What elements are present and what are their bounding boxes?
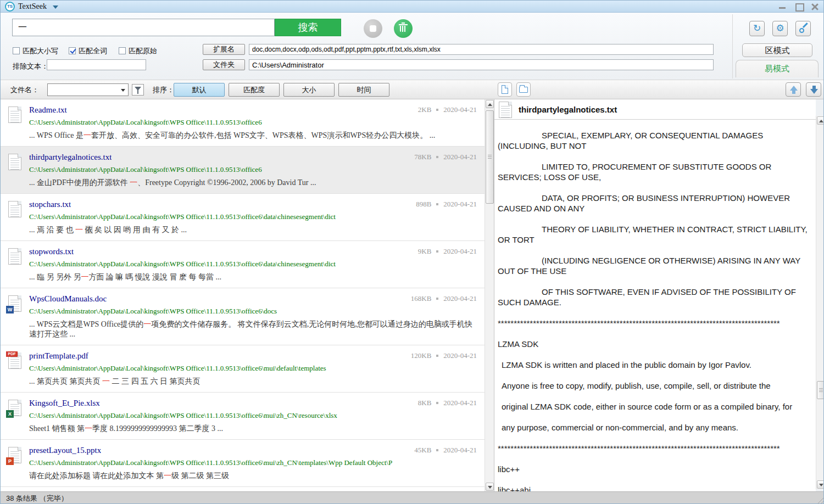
extensions-input[interactable]: [249, 44, 714, 55]
search-button[interactable]: 搜索: [275, 19, 341, 36]
preview-line: [498, 276, 815, 287]
maximize-button[interactable]: [794, 2, 804, 11]
result-count: 38 条结果 （完毕）: [6, 492, 68, 504]
scrollbar-thumb[interactable]: [817, 381, 824, 399]
file-snippet: ... 第页共页 第页共页 一 二 三 四 五 六 日 第页共页: [29, 377, 477, 387]
file-name[interactable]: presetLayout_15.pptx: [29, 446, 101, 456]
file-name[interactable]: printTemplate.pdf: [29, 351, 88, 362]
preview-line: (INCLUDING, BUT NOT: [498, 141, 815, 151]
app-menu-caret-icon[interactable]: [53, 5, 58, 9]
scroll-up-button[interactable]: [486, 100, 494, 108]
zone-mode-button[interactable]: 区模式: [742, 43, 812, 57]
file-path: C:\Users\Administrator\AppData\Local\kin…: [29, 411, 477, 421]
file-path: C:\Users\Administrator\AppData\Local\kin…: [29, 307, 477, 316]
file-meta: 2KB2020-04-21: [418, 105, 477, 116]
easy-mode-tab[interactable]: 易模式: [736, 60, 819, 77]
scroll-down-button[interactable]: [817, 480, 824, 489]
meta-separator: [436, 355, 438, 357]
panel-divider: [732, 14, 733, 79]
folder-button[interactable]: 文件夹: [203, 59, 245, 70]
file-name[interactable]: stopwords.txt: [29, 247, 74, 257]
sort-label: 排序：: [153, 80, 174, 99]
scrollbar-thumb[interactable]: [486, 110, 494, 204]
file-name[interactable]: thirdpartylegalnotices.txt: [29, 153, 112, 163]
preview-line: [498, 328, 815, 339]
filename-combobox[interactable]: [47, 83, 129, 96]
stop-button[interactable]: [364, 19, 382, 38]
minimize-button[interactable]: [777, 2, 787, 11]
preview-pane: thirdpartylegalnotices.txt SPECIAL, EXEM…: [494, 99, 816, 491]
match-case-checkbox[interactable]: [13, 47, 20, 54]
open-folder-button[interactable]: [516, 82, 531, 97]
triangle-up-icon: [819, 120, 823, 122]
preview-content[interactable]: SPECIAL, EXEMPLARY, OR CONSEQUENTIAL DAM…: [494, 120, 816, 491]
license-key-button[interactable]: [795, 21, 811, 36]
file-name[interactable]: Readme.txt: [29, 105, 67, 116]
file-result-item[interactable]: thirdpartylegalnotices.txt 78KB2020-04-2…: [1, 147, 485, 194]
next-match-button[interactable]: [806, 82, 821, 97]
file-size: 8KB: [418, 399, 432, 407]
resize-grip-icon[interactable]: [816, 496, 823, 503]
folder-input[interactable]: [249, 59, 714, 70]
refresh-button[interactable]: ↻: [749, 21, 765, 36]
results-scrollbar[interactable]: [485, 99, 494, 491]
file-type-icon: W: [8, 295, 23, 313]
search-input[interactable]: [12, 19, 275, 36]
file-type-icon: PDF: [8, 352, 23, 370]
file-result-item[interactable]: stopwords.txt 9KB2020-04-21 C:\Users\Adm…: [1, 241, 485, 288]
file-type-icon: [8, 201, 23, 219]
whole-word-label: 匹配全词: [79, 47, 107, 55]
extensions-button[interactable]: 扩展名: [203, 44, 245, 55]
preview-line: [498, 214, 815, 224]
filename-label: 文件名：: [10, 80, 39, 99]
whole-word-checkbox[interactable]: [69, 47, 76, 54]
file-type-icon: [8, 154, 23, 171]
file-meta: 168KB2020-04-21: [411, 294, 477, 305]
preview-line: OR TORT: [498, 234, 815, 245]
preview-line: Anyone is free to copy, modify, publish,…: [498, 380, 815, 391]
scroll-down-button[interactable]: [486, 483, 494, 491]
match-highlight: 一: [102, 377, 110, 385]
app-title: TextSeek: [18, 1, 47, 13]
match-raw-checkbox[interactable]: [119, 47, 126, 54]
file-result-item[interactable]: W WpsCloudManuals.doc 168KB2020-04-21 C:…: [1, 288, 485, 345]
settings-button[interactable]: ⚙: [772, 21, 788, 36]
file-name[interactable]: stopchars.txt: [29, 200, 71, 210]
preview-scrollbar[interactable]: [816, 116, 824, 489]
file-result-item[interactable]: PDF printTemplate.pdf 120KB2020-04-21 C:…: [1, 345, 485, 393]
file-result-item[interactable]: P presetLayout_15.pptx 45KB2020-04-21 C:…: [1, 440, 485, 487]
preview-line: SPECIAL, EXEMPLARY, OR CONSEQUENTIAL DAM…: [498, 130, 815, 141]
preview-line: [498, 151, 815, 161]
file-result-item[interactable]: stopchars.txt 898B2020-04-21 C:\Users\Ad…: [1, 194, 485, 241]
gear-icon: ⚙: [776, 23, 784, 33]
file-result-item[interactable]: Readme.txt 2KB2020-04-21 C:\Users\Admini…: [1, 99, 485, 147]
match-highlight: 一: [85, 424, 92, 433]
sort-size-button[interactable]: 大小: [283, 83, 335, 97]
sort-default-button[interactable]: 默认: [174, 83, 225, 97]
open-file-button[interactable]: [498, 82, 512, 97]
file-result-item[interactable]: X Kingsoft_Et_Pie.xlsx 8KB2020-04-21 C:\…: [1, 393, 485, 440]
preview-line: ****************************************…: [498, 443, 815, 453]
title-bar: TS TextSeek: [1, 1, 823, 13]
preview-line: CAUSED AND ON ANY: [498, 203, 815, 214]
file-name[interactable]: Kingsoft_Et_Pie.xlsx: [29, 399, 100, 409]
preview-line: OUT OF THE USE: [498, 266, 815, 276]
file-meta: 45KB2020-04-21: [414, 446, 477, 456]
sort-relevance-button[interactable]: 匹配度: [229, 83, 280, 97]
file-name[interactable]: WpsCloudManuals.doc: [29, 294, 107, 305]
file-size: 168KB: [411, 294, 432, 303]
scroll-up-button[interactable]: [817, 116, 824, 125]
file-snippet: ... 焉 沿 要 也 一 依 矣 以 因 哟 用 由 有 又 於 ...: [29, 225, 477, 235]
file-size: 2KB: [418, 105, 432, 114]
filter-button[interactable]: [132, 84, 144, 96]
sort-time-button[interactable]: 时间: [338, 83, 389, 97]
preview-line: LZMA SDK is written and placed in the pu…: [498, 360, 815, 370]
exclude-text-input[interactable]: [47, 59, 146, 70]
close-button[interactable]: [810, 2, 820, 11]
textseek-window: TS TextSeek 搜索 匹配大小写 匹配全词 匹配原始 排除文本： 扩展名…: [0, 0, 824, 504]
meta-separator: [436, 250, 438, 253]
meta-separator: [436, 298, 438, 300]
prev-match-button[interactable]: [786, 82, 801, 97]
preview-line: [498, 182, 815, 193]
clear-button[interactable]: [394, 19, 413, 38]
